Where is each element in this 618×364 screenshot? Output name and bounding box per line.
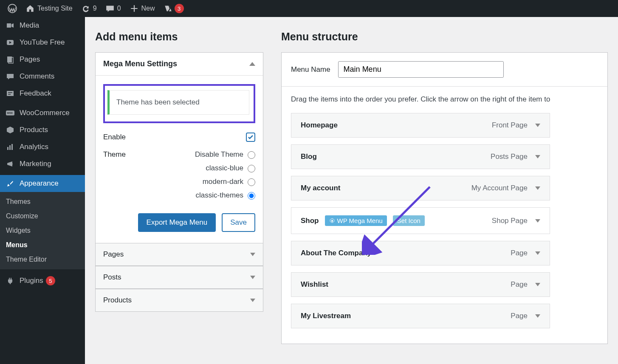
theme-label: Theme [103, 150, 126, 159]
chevron-down-icon [535, 219, 540, 223]
menu-item-about[interactable]: About The Company Page [291, 241, 550, 265]
notice-message: Theme has been selected [107, 90, 249, 115]
gear-icon [329, 218, 335, 224]
plus-icon [130, 4, 139, 13]
submenu-theme-editor[interactable]: Theme Editor [0, 252, 85, 267]
posts-panel-label: Posts [103, 273, 121, 282]
comments-icon [5, 72, 15, 81]
menu-item-type: Page [511, 280, 528, 289]
theme-option-classic-blue[interactable]: classic-blue [195, 164, 255, 172]
menu-item-homepage[interactable]: Homepage Front Page [291, 113, 550, 138]
woocommerce-icon: woo [5, 109, 15, 117]
comments-link[interactable]: 0 [101, 0, 125, 17]
sidebar-label: YouTube Free [20, 38, 65, 47]
chevron-down-icon [535, 124, 540, 127]
comments-count: 0 [117, 5, 121, 12]
sidebar-item-products[interactable]: Products [0, 121, 85, 138]
appearance-submenu: Themes Customize Widgets Menus Theme Edi… [0, 192, 85, 269]
theme-option-modern-dark[interactable]: modern-dark [195, 178, 255, 186]
sidebar-label: Feedback [20, 89, 51, 98]
menu-item-type: Shop Page [492, 217, 528, 225]
submenu-menus[interactable]: Menus [0, 238, 85, 252]
chevron-down-icon [535, 186, 540, 190]
sidebar-item-comments[interactable]: Comments [0, 68, 85, 85]
sidebar-item-feedback[interactable]: Feedback [0, 85, 85, 102]
submenu-widgets[interactable]: Widgets [0, 223, 85, 238]
mega-menu-panel: Mega Menu Settings Theme has been select… [95, 52, 263, 243]
menu-item-title: Homepage [301, 121, 338, 130]
sidebar-item-youtube[interactable]: YouTube Free [0, 34, 85, 51]
sidebar-label: Plugins [20, 277, 43, 285]
theme-option-classic-themes[interactable]: classic-themes [195, 191, 255, 200]
sidebar-item-plugins[interactable]: Plugins 5 [0, 272, 85, 290]
pages-icon [5, 55, 15, 64]
pages-panel[interactable]: Pages [95, 243, 263, 266]
products-icon [5, 126, 15, 134]
sidebar-label: WooCommerce [20, 109, 70, 117]
menu-item-title: My Livestream [301, 312, 351, 320]
sidebar-label: Comments [20, 72, 54, 81]
svg-rect-4 [7, 91, 14, 96]
menu-item-type: Page [511, 312, 528, 320]
sidebar-item-woocommerce[interactable]: woo WooCommerce [0, 104, 85, 121]
updates-count: 9 [93, 5, 97, 12]
products-panel-label: Products [103, 296, 132, 305]
menu-name-input[interactable] [338, 61, 504, 78]
main-content: Add menu items Mega Menu Settings Theme … [85, 17, 618, 364]
enable-label: Enable [103, 133, 126, 141]
chevron-down-icon [535, 283, 540, 286]
submenu-themes[interactable]: Themes [0, 195, 85, 209]
media-icon [5, 21, 15, 30]
plugins-badge: 5 [46, 276, 55, 285]
updates-link[interactable]: 9 [77, 0, 101, 17]
svg-text:woo: woo [7, 112, 13, 115]
chevron-down-icon [250, 299, 255, 302]
chevron-down-icon [535, 251, 540, 255]
menu-item-wishlist[interactable]: Wishlist Page [291, 272, 550, 297]
sidebar-label: Media [20, 21, 39, 30]
notice-highlight: Theme has been selected [103, 84, 255, 123]
sidebar-item-appearance[interactable]: Appearance [0, 175, 85, 192]
menu-name-label: Menu Name [291, 65, 330, 74]
plugins-icon [5, 277, 15, 285]
menu-item-title: Shop [301, 217, 319, 225]
menu-item-type: My Account Page [471, 184, 528, 192]
menu-item-type: Front Page [492, 121, 528, 130]
chevron-down-icon [250, 253, 255, 256]
new-content-link[interactable]: New [125, 0, 159, 17]
sidebar-item-analytics[interactable]: Analytics [0, 138, 85, 155]
menu-item-blog[interactable]: Blog Posts Page [291, 144, 550, 169]
mega-menu-header[interactable]: Mega Menu Settings [96, 53, 263, 76]
export-button[interactable]: Export Mega Menu [138, 213, 216, 232]
sidebar-item-marketing[interactable]: Marketing [0, 155, 85, 172]
new-label: New [141, 5, 155, 12]
save-button[interactable]: Save [222, 213, 255, 232]
menu-item-title: About The Company [301, 249, 371, 257]
site-name-link[interactable]: Testing Site [21, 0, 77, 17]
home-icon [25, 4, 35, 13]
yoast-link[interactable]: 3 [159, 0, 188, 17]
pages-panel-label: Pages [103, 250, 124, 259]
analytics-icon [5, 143, 15, 151]
menu-item-my-account[interactable]: My account My Account Page [291, 176, 550, 200]
admin-sidebar: Media YouTube Free Pages Comments Feedba… [0, 17, 85, 364]
theme-option-disable[interactable]: Disable Theme [195, 150, 255, 159]
sidebar-label: Analytics [20, 143, 48, 151]
chevron-down-icon [250, 276, 255, 279]
add-menu-items-heading: Add menu items [95, 31, 263, 43]
svg-rect-8 [9, 145, 11, 150]
submenu-customize[interactable]: Customize [0, 209, 85, 223]
menu-item-livestream[interactable]: My Livestream Page [291, 304, 550, 328]
sidebar-label: Products [20, 126, 48, 134]
sidebar-item-media[interactable]: Media [0, 17, 85, 34]
sidebar-item-pages[interactable]: Pages [0, 51, 85, 68]
posts-panel[interactable]: Posts [95, 266, 263, 289]
menu-item-shop[interactable]: Shop WP Mega Menu Set Icon Shop Page [291, 207, 550, 234]
wordpress-icon [8, 4, 17, 13]
menu-item-title: Blog [301, 152, 317, 161]
wp-mega-menu-button[interactable]: WP Mega Menu [325, 215, 387, 226]
wp-logo[interactable] [3, 0, 21, 17]
set-icon-button[interactable]: Set Icon [393, 215, 425, 226]
products-panel[interactable]: Products [95, 289, 263, 312]
enable-checkbox[interactable] [246, 133, 255, 142]
